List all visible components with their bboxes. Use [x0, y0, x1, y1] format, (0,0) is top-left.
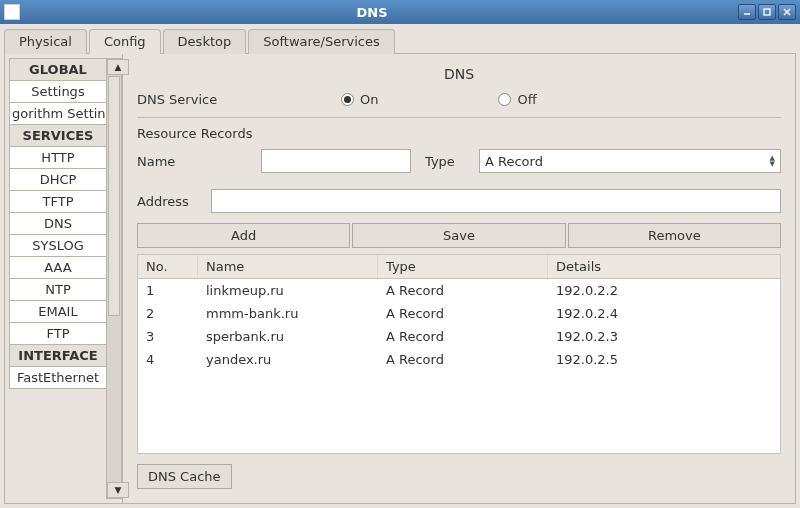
address-row: Address — [137, 189, 781, 213]
sidebar: GLOBAL Settings gorithm Settings SERVICE… — [5, 54, 123, 503]
cell-details: 192.0.2.4 — [548, 302, 780, 325]
maximize-button[interactable] — [758, 4, 776, 20]
action-buttons: Add Save Remove — [137, 223, 781, 248]
sidebar-scrollbar[interactable]: ▲ ▼ — [106, 58, 122, 499]
tab-desktop[interactable]: Desktop — [163, 29, 247, 54]
divider — [137, 117, 781, 118]
cell-no: 1 — [138, 279, 198, 302]
panel-title: DNS — [137, 66, 781, 82]
window-controls — [738, 4, 796, 20]
cell-no: 4 — [138, 348, 198, 371]
scroll-up-icon[interactable]: ▲ — [107, 59, 129, 75]
cell-type: A Record — [378, 325, 548, 348]
titlebar: DNS — [0, 0, 800, 24]
tab-physical[interactable]: Physical — [4, 29, 87, 54]
radio-on[interactable]: On — [341, 92, 378, 107]
radio-off[interactable]: Off — [498, 92, 536, 107]
cell-name: mmm-bank.ru — [198, 302, 378, 325]
sidebar-item-tftp[interactable]: TFTP — [9, 190, 107, 213]
cell-type: A Record — [378, 279, 548, 302]
sidebar-item-syslog[interactable]: SYSLOG — [9, 234, 107, 257]
radio-off-label: Off — [517, 92, 536, 107]
dns-service-label: DNS Service — [137, 92, 247, 107]
dns-service-row: DNS Service On Off — [137, 92, 781, 107]
cell-no: 2 — [138, 302, 198, 325]
cell-name: sperbank.ru — [198, 325, 378, 348]
table-row[interactable]: 2mmm-bank.ruA Record192.0.2.4 — [138, 302, 780, 325]
scroll-down-icon[interactable]: ▼ — [107, 482, 129, 498]
cell-type: A Record — [378, 302, 548, 325]
cell-no: 3 — [138, 325, 198, 348]
sidebar-item-dhcp[interactable]: DHCP — [9, 168, 107, 191]
sidebar-item-fastethernet[interactable]: FastEthernet — [9, 366, 107, 389]
type-label: Type — [425, 154, 465, 169]
col-no[interactable]: No. — [138, 255, 198, 278]
cell-name: linkmeup.ru — [198, 279, 378, 302]
sidebar-item-ftp[interactable]: FTP — [9, 322, 107, 345]
app-window: DNS Physical Config Desktop Software/Ser… — [0, 0, 800, 508]
type-select[interactable]: A Record ▲▼ — [479, 149, 781, 173]
select-spinner-icon: ▲▼ — [770, 155, 775, 167]
main-panel: DNS DNS Service On Off Resource Records — [123, 54, 795, 503]
resource-records-label: Resource Records — [137, 126, 781, 141]
sidebar-item-ntp[interactable]: NTP — [9, 278, 107, 301]
cell-type: A Record — [378, 348, 548, 371]
sidebar-item-aaa[interactable]: AAA — [9, 256, 107, 279]
table-header: No. Name Type Details — [138, 255, 780, 279]
sidebar-item-email[interactable]: EMAIL — [9, 300, 107, 323]
cell-name: yandex.ru — [198, 348, 378, 371]
tab-config[interactable]: Config — [89, 29, 161, 54]
radio-on-icon — [341, 93, 354, 106]
sidebar-list: GLOBAL Settings gorithm Settings SERVICE… — [9, 58, 107, 499]
col-type[interactable]: Type — [378, 255, 548, 278]
cell-details: 192.0.2.5 — [548, 348, 780, 371]
sidebar-item-http[interactable]: HTTP — [9, 146, 107, 169]
sidebar-heading-global: GLOBAL — [9, 58, 107, 81]
window-title: DNS — [6, 5, 738, 20]
sidebar-item-dns[interactable]: DNS — [9, 212, 107, 235]
address-input[interactable] — [211, 189, 781, 213]
radio-on-label: On — [360, 92, 378, 107]
tab-software-services[interactable]: Software/Services — [248, 29, 395, 54]
minimize-button[interactable] — [738, 4, 756, 20]
close-button[interactable] — [778, 4, 796, 20]
name-type-row: Name Type A Record ▲▼ — [137, 149, 781, 173]
radio-off-icon — [498, 93, 511, 106]
content-body: GLOBAL Settings gorithm Settings SERVICE… — [4, 53, 796, 504]
save-button[interactable]: Save — [352, 223, 565, 248]
sidebar-item-settings[interactable]: Settings — [9, 80, 107, 103]
col-details[interactable]: Details — [548, 255, 780, 278]
dns-cache-button[interactable]: DNS Cache — [137, 464, 232, 489]
minimize-icon — [742, 7, 752, 17]
add-button[interactable]: Add — [137, 223, 350, 248]
top-tabs: Physical Config Desktop Software/Service… — [0, 24, 800, 53]
records-table: No. Name Type Details 1linkmeup.ruA Reco… — [137, 254, 781, 454]
footer: DNS Cache — [137, 464, 781, 489]
remove-button[interactable]: Remove — [568, 223, 781, 248]
close-icon — [782, 7, 792, 17]
name-label: Name — [137, 154, 247, 169]
scroll-thumb[interactable] — [108, 76, 120, 316]
table-row[interactable]: 1linkmeup.ruA Record192.0.2.2 — [138, 279, 780, 302]
type-select-value: A Record — [485, 154, 543, 169]
table-row[interactable]: 3sperbank.ruA Record192.0.2.3 — [138, 325, 780, 348]
maximize-icon — [762, 7, 772, 17]
name-input[interactable] — [261, 149, 411, 173]
cell-details: 192.0.2.3 — [548, 325, 780, 348]
sidebar-heading-services: SERVICES — [9, 124, 107, 147]
svg-rect-1 — [764, 9, 770, 15]
address-label: Address — [137, 194, 197, 209]
col-name[interactable]: Name — [198, 255, 378, 278]
sidebar-heading-interface: INTERFACE — [9, 344, 107, 367]
table-body: 1linkmeup.ruA Record192.0.2.22mmm-bank.r… — [138, 279, 780, 371]
table-row[interactable]: 4yandex.ruA Record192.0.2.5 — [138, 348, 780, 371]
cell-details: 192.0.2.2 — [548, 279, 780, 302]
sidebar-item-algorithm-settings[interactable]: gorithm Settings — [9, 102, 107, 125]
